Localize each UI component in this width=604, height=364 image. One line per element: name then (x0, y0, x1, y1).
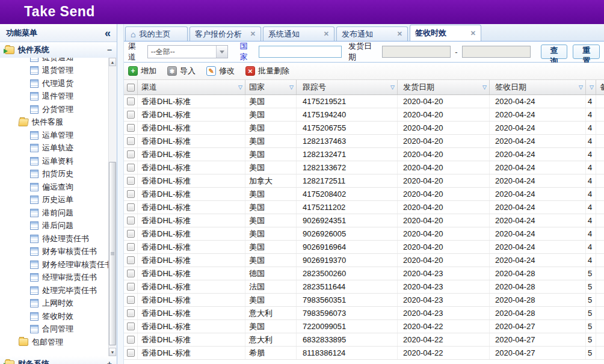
expand-plus-icon[interactable]: + (107, 360, 112, 364)
table-row[interactable]: 香港DHL-标准 意大利 6832833895 2020-04-22 2020-… (124, 333, 604, 347)
close-icon[interactable]: ✕ (397, 31, 402, 37)
tree-item[interactable]: 经理审批责任书 (0, 271, 117, 285)
tree-item[interactable]: 快件客服 (0, 116, 117, 129)
table-row[interactable]: 香港DHL-标准 美国 9026919370 2020-04-20 2020-0… (124, 254, 604, 267)
row-checkbox[interactable] (127, 177, 135, 185)
row-checkbox[interactable] (127, 137, 135, 145)
row-checkbox[interactable] (127, 111, 135, 119)
ship-date-to-input[interactable] (462, 46, 531, 58)
table-row[interactable]: 香港DHL-标准 美国 4175206755 2020-04-20 2020-0… (124, 122, 604, 135)
row-checkbox[interactable] (127, 309, 135, 317)
row-checkbox[interactable] (127, 322, 135, 330)
chevron-down-icon[interactable] (216, 46, 227, 58)
close-icon[interactable]: ✕ (250, 31, 256, 37)
row-checkbox[interactable] (127, 124, 135, 132)
table-row[interactable]: 香港DHL-标准 美国 7983560351 2020-04-23 2020-0… (124, 294, 604, 307)
sidebar-scrollbar[interactable]: ▲ ▼ (108, 58, 117, 356)
column-header-sign-date[interactable]: 签收日期 ▽ (490, 80, 586, 94)
column-header-country[interactable]: 国家 ▽ (245, 80, 297, 94)
search-button[interactable]: 查询 (541, 45, 568, 59)
tree-item[interactable]: 合同管理 (0, 323, 117, 336)
add-button[interactable]: + 增加 (128, 66, 156, 76)
row-checkbox[interactable] (127, 230, 135, 238)
table-row[interactable]: 香港DHL-标准 德国 2823500260 2020-04-23 2020-0… (124, 267, 604, 280)
tree-item[interactable]: 退货管理 (0, 64, 117, 78)
table-row[interactable]: 香港DHL-标准 美国 1282133672 2020-04-20 2020-0… (124, 161, 604, 174)
tree-item[interactable]: 偏远查询 (0, 180, 117, 194)
tree-item[interactable]: 港后问题 (0, 220, 117, 233)
column-header-days[interactable]: ▽ (586, 80, 596, 94)
tree-item[interactable]: 财务审核责任书 (0, 245, 117, 259)
tree-item[interactable]: 历史运单 (0, 194, 117, 207)
accordion-header-express-system[interactable]: 快件系统 − (0, 42, 117, 58)
close-icon[interactable]: ✕ (470, 30, 476, 37)
column-header-ship-date[interactable]: 发货日期 ▽ (398, 80, 490, 94)
tree-item[interactable]: 处理完毕责任书 (0, 284, 117, 297)
tree-item[interactable]: 港前问题 (0, 206, 117, 220)
select-all-checkbox[interactable] (127, 84, 135, 91)
table-row[interactable]: 香港DHL-标准 希腊 8118386124 2020-04-22 2020-0… (124, 347, 604, 360)
table-row[interactable]: 香港DHL-标准 加拿大 1282172511 2020-04-20 2020-… (124, 174, 604, 188)
tab-my-homepage[interactable]: ⌂ 我的主页 (125, 26, 188, 41)
row-checkbox[interactable] (127, 190, 135, 198)
table-row[interactable]: 香港DHL-标准 美国 4175211202 2020-04-20 2020-0… (124, 201, 604, 214)
tree-item[interactable]: 代理退货 (0, 77, 117, 90)
scroll-down-icon[interactable]: ▼ (109, 348, 116, 356)
edit-button[interactable]: ✎ 修改 (206, 66, 235, 76)
row-checkbox[interactable] (127, 283, 135, 291)
table-row[interactable]: 香港DHL-标准 美国 1282132471 2020-04-20 2020-0… (124, 148, 604, 161)
import-button[interactable]: ✱ 导入 (167, 66, 196, 76)
close-icon[interactable]: ✕ (324, 31, 329, 37)
table-row[interactable]: 香港DHL-标准 美国 9026916964 2020-04-20 2020-0… (124, 241, 604, 254)
tree-item[interactable]: 分货管理 (0, 103, 117, 116)
table-row[interactable]: 香港DHL-标准 美国 7220099051 2020-04-22 2020-0… (124, 320, 604, 333)
scroll-up-icon[interactable]: ▲ (109, 58, 116, 66)
reset-button[interactable]: 重置 (573, 45, 600, 59)
batch-delete-button[interactable]: ✕ 批量删除 (245, 66, 289, 76)
tree-item[interactable]: 扣货历史 (0, 168, 117, 181)
row-checkbox[interactable] (127, 150, 135, 158)
row-checkbox[interactable] (127, 243, 135, 251)
table-row[interactable]: 香港DHL-标准 意大利 7983596073 2020-04-23 2020-… (124, 307, 604, 320)
row-checkbox[interactable] (127, 217, 135, 224)
row-checkbox[interactable] (127, 296, 135, 304)
tree-item[interactable]: 运单轨迹 (0, 142, 117, 155)
row-checkbox[interactable] (127, 349, 135, 357)
column-header-tracking[interactable]: 跟踪号 ▽ (297, 80, 398, 94)
table-row[interactable]: 香港DHL-标准 美国 4175194240 2020-04-20 2020-0… (124, 108, 604, 122)
row-checkbox[interactable] (127, 203, 135, 211)
table-row[interactable]: 香港DHL-标准 美国 9026926005 2020-04-20 2020-0… (124, 227, 604, 241)
row-checkbox[interactable] (127, 164, 135, 171)
accordion-header-finance-system[interactable]: 财务系统 + (0, 356, 117, 364)
tab-system-notice[interactable]: 系统通知 ✕ (263, 26, 334, 41)
row-checkbox[interactable] (127, 97, 135, 105)
collapse-minus-icon[interactable]: − (107, 46, 112, 54)
tree-item[interactable]: 签收时效 (0, 310, 117, 323)
tree-item[interactable]: 待处理责任书 (0, 232, 117, 245)
table-row[interactable]: 香港DHL-标准 美国 4175219521 2020-04-20 2020-0… (124, 95, 604, 108)
tree-item[interactable]: 上网时效 (0, 297, 117, 310)
table-row[interactable]: 香港DHL-标准 法国 2823511644 2020-04-23 2020-0… (124, 280, 604, 294)
tree-item[interactable]: 财务经理审核责任书 (0, 258, 117, 271)
tab-publish-notice[interactable]: 发布通知 ✕ (336, 26, 408, 41)
column-header-channel[interactable]: 渠道 ▽ (138, 80, 245, 94)
tab-sign-receipt-aging[interactable]: 签收时效 ✕ (410, 25, 481, 41)
scrollbar-thumb[interactable] (109, 162, 116, 345)
tree-item[interactable]: 退件管理 (0, 90, 117, 103)
tab-customer-quote-analysis[interactable]: 客户报价分析 ✕ (190, 26, 261, 41)
tree-item[interactable]: 运单管理 (0, 129, 117, 142)
country-input[interactable] (259, 46, 342, 58)
tree-item[interactable]: 包邮管理 (0, 336, 117, 349)
row-checkbox[interactable] (127, 256, 135, 264)
table-row[interactable]: 香港DHL-标准 美国 9026924351 2020-04-20 2020-0… (124, 214, 604, 227)
column-header-note[interactable]: 备注 (596, 80, 604, 94)
tree-item[interactable]: 运单资料 (0, 155, 117, 168)
row-checkbox[interactable] (127, 270, 135, 277)
panel-splitter[interactable] (117, 24, 124, 364)
row-checkbox[interactable] (127, 336, 135, 344)
table-row[interactable]: 香港DHL-标准 美国 1282137463 2020-04-20 2020-0… (124, 135, 604, 148)
ship-date-from-input[interactable] (382, 46, 451, 58)
tree-item[interactable]: 提货通知 (0, 58, 117, 64)
sidebar-collapse-icon[interactable]: « (105, 28, 111, 39)
channel-select[interactable]: --全部-- (147, 45, 229, 58)
